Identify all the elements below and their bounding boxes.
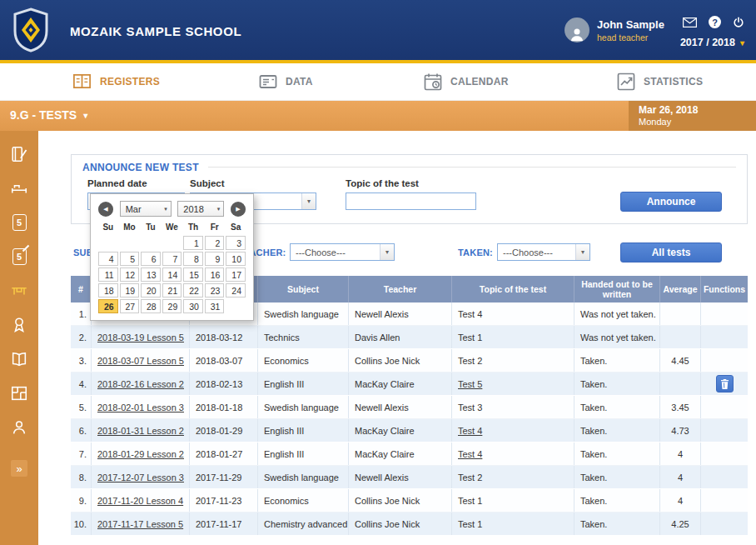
filter-taken-select[interactable]: ---Choose--- ▾ [497,243,590,261]
calendar-day[interactable]: 23 [205,283,225,298]
mail-icon[interactable] [683,18,697,28]
user-box[interactable]: John Sample head teacher [565,18,664,42]
sidebar-item-certificates[interactable] [8,315,30,335]
sidebar-item-curriculum[interactable] [8,349,30,369]
functions-cell [701,466,748,488]
calendar-day[interactable]: 17 [226,268,246,282]
planned-date-link[interactable]: 2018-01-31 Lesson 2 [97,426,184,436]
functions-cell [701,489,748,512]
calendar-day-selected[interactable]: 26 [98,299,118,313]
tab-statistics[interactable]: STATISTICS [616,72,703,92]
planned-date-link[interactable]: 2018-03-19 Lesson 5 [97,332,184,342]
book-icon [10,350,28,368]
class-selector[interactable]: 9.G - TESTS ▾ [10,108,87,122]
topic-input[interactable] [346,192,476,210]
calendar-day[interactable]: 4 [98,252,118,266]
row-number: 3. [71,349,92,372]
next-month-button[interactable]: ▶ [231,202,246,217]
calendar-day[interactable]: 15 [183,268,203,282]
filter-teacher-select[interactable]: ---Choose--- ▾ [290,243,395,261]
grade-number: 5 [17,218,22,228]
calendar-day[interactable]: 9 [205,252,225,266]
planned-date-link[interactable]: 2018-02-01 Lesson 3 [97,402,184,412]
person-icon [569,26,585,42]
topic-link[interactable]: Test 4 [458,449,482,459]
announce-button[interactable]: Announce [620,192,722,212]
planned-date-link[interactable]: 2018-01-29 Lesson 2 [97,449,184,459]
month-select[interactable]: Mar ▾ [120,201,172,217]
tab-data[interactable]: DATA [258,72,313,92]
all-tests-button[interactable]: All tests [620,242,722,262]
calendar-day[interactable]: 2 [205,236,225,250]
power-icon[interactable] [733,17,744,28]
tab-calendar[interactable]: CALENDAR [423,72,509,92]
topic-link[interactable]: Test 5 [458,379,482,389]
calendar-day[interactable]: 5 [120,252,140,266]
topic-link[interactable]: Test 4 [458,426,482,436]
functions-cell [701,442,748,465]
calendar-day[interactable]: 1 [183,236,203,250]
sidebar-item-register[interactable] [8,144,30,164]
planned-date-link[interactable]: 2017-11-20 Lesson 4 [97,496,183,506]
planned-date-link[interactable]: 2018-02-16 Lesson 2 [97,379,184,389]
school-year-selector[interactable]: 2017 / 2018 ▾ [680,37,744,48]
status-cell: Taken. [574,466,660,488]
teacher-cell: Collins Joe Nick [349,512,452,535]
student-icon [10,418,28,437]
subject-cell: English III [258,372,349,395]
calendar-day[interactable]: 14 [162,268,182,282]
calendar-day[interactable]: 31 [205,299,225,313]
calendar-day[interactable]: 8 [183,252,203,266]
sidebar-item-tests[interactable] [8,281,30,301]
planned-date-cell: 2017-11-17 Lesson 5 [92,512,190,535]
calendar-day[interactable]: 12 [120,268,140,282]
calendar-day[interactable]: 27 [120,299,140,313]
tab-registers[interactable]: REGISTERS [72,72,160,91]
calendar-day[interactable]: 28 [141,299,161,313]
calendar-day[interactable]: 20 [141,283,161,298]
calendar-day[interactable]: 22 [183,283,203,298]
status-cell: Taken. [574,489,660,512]
desk-icon [10,282,28,300]
sidebar-item-grades[interactable]: 5 [8,212,30,232]
planned-date-link[interactable]: 2017-12-07 Lesson 3 [97,472,184,482]
calendar-day[interactable]: 13 [141,268,161,282]
topic-cell: Test 5 [452,372,574,395]
col-subject: Subject [258,276,349,302]
mozaik-app: MOZAIK SAMPLE SCHOOL John Sample head te… [0,0,756,545]
planned-date-cell: 2018-03-19 Lesson 5 [92,326,190,348]
calendar-day[interactable]: 16 [205,268,225,282]
shield-icon [12,8,50,52]
tab-calendar-label: CALENDAR [450,76,509,88]
planned-date-link[interactable]: 2018-03-07 Lesson 5 [97,356,184,366]
planned-date-link[interactable]: 2017-11-17 Lesson 5 [97,519,183,529]
calendar-day[interactable]: 24 [226,283,246,298]
help-icon[interactable]: ? [709,16,721,28]
teacher-cell: Newell Alexis [349,302,452,325]
prev-month-button[interactable]: ◀ [98,202,113,217]
written-date-cell: 2018-03-07 [190,349,258,372]
planned-date-label: Planned date [87,178,147,188]
delete-test-button[interactable] [716,375,734,392]
trash-icon [720,379,729,389]
calendar-day[interactable]: 21 [162,283,182,298]
calendar-day[interactable]: 6 [141,252,161,266]
year-select[interactable]: 2018 ▾ [177,201,224,217]
sidebar-item-students[interactable] [8,418,30,438]
calendar-day[interactable]: 18 [98,283,118,298]
sidebar-item-classroom[interactable] [8,383,30,403]
datepicker-header: ◀ Mar ▾ 2018 ▾ ▶ [98,201,246,217]
calendar-week: 18 19 20 21 22 23 24 [98,283,246,298]
calendar-day[interactable]: 19 [120,283,140,298]
sidebar-item-seating[interactable] [8,178,30,198]
calendar-day[interactable]: 29 [162,299,182,313]
calendar-day[interactable]: 11 [98,268,118,282]
calendar-day[interactable]: 10 [226,252,246,266]
calendar-day[interactable]: 7 [162,252,182,266]
calendar-day[interactable]: 30 [183,299,203,313]
sidebar-expand-button[interactable]: » [11,460,27,477]
functions-cell [701,372,748,395]
sidebar-item-evaluations[interactable]: 5 [8,247,30,267]
table-row: 6. 2018-01-31 Lesson 2 2018-01-29 Englis… [71,419,748,442]
calendar-day[interactable]: 3 [226,236,246,250]
